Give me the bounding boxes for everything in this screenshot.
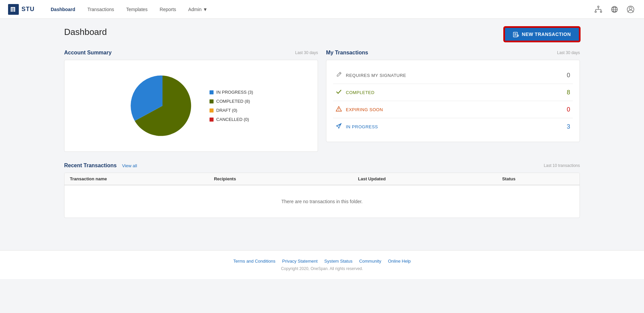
account-summary-header: Account Summary Last 30 days (64, 50, 318, 56)
legend-dot-cancelled (210, 118, 214, 122)
table-empty-message: There are no transactions in this folder… (64, 185, 580, 218)
nav-templates[interactable]: Templates (121, 4, 153, 15)
transaction-row-left-inprogress: IN PROGRESS (336, 123, 378, 130)
recent-transactions-header: Recent Transactions View all Last 10 tra… (64, 163, 580, 169)
recent-transactions-subtitle: Last 10 transactions (544, 163, 580, 168)
recent-header-left: Recent Transactions View all (64, 163, 137, 169)
new-transaction-button[interactable]: NEW TRANSACTION (504, 27, 580, 42)
svg-rect-3 (11, 7, 15, 8)
user-icon[interactable] (625, 4, 636, 15)
new-transaction-icon (513, 31, 519, 37)
pie-chart (129, 72, 196, 139)
account-summary-card: IN PROGRESS (3) COMPLETED (8) DRAFT (0) (64, 60, 318, 152)
legend-cancelled: CANCELLED (0) (210, 117, 253, 122)
navbar: STU Dashboard Transactions Templates Rep… (0, 0, 644, 19)
page-header: Dashboard NEW TRANSACTION (64, 27, 580, 42)
footer-link-community[interactable]: Community (359, 259, 381, 264)
legend-label-cancelled: CANCELLED (0) (216, 117, 249, 122)
footer-link-help[interactable]: Online Help (388, 259, 411, 264)
transaction-row-expiring[interactable]: EXPIRING SOON 0 (333, 101, 573, 118)
col-status: Status (502, 176, 574, 181)
signature-count: 0 (567, 72, 570, 79)
nav-reports[interactable]: Reports (154, 4, 182, 15)
my-transactions-header: My Transactions Last 30 days (326, 50, 580, 56)
account-summary-subtitle: Last 30 days (295, 50, 318, 55)
transaction-row-signature[interactable]: REQUIRES MY SIGNATURE 0 (333, 67, 573, 84)
svg-line-25 (339, 73, 340, 74)
svg-rect-0 (11, 7, 12, 12)
account-summary-section: Account Summary Last 30 days (64, 50, 318, 152)
expiring-count: 0 (567, 106, 570, 113)
inprogress-label: IN PROGRESS (346, 124, 378, 129)
account-summary-title: Account Summary (64, 50, 111, 56)
view-all-link[interactable]: View all (122, 163, 137, 168)
col-transaction-name: Transaction name (70, 176, 214, 181)
signature-label: REQUIRES MY SIGNATURE (346, 73, 406, 78)
table-header: Transaction name Recipients Last Updated… (64, 173, 580, 185)
nav-right (593, 4, 636, 15)
legend-draft: DRAFT (0) (210, 108, 253, 113)
chevron-down-icon: ▼ (203, 7, 208, 12)
completed-label: COMPLETED (346, 90, 374, 95)
footer-link-terms[interactable]: Terms and Conditions (233, 259, 276, 264)
legend-label-completed: COMPLETED (8) (216, 99, 250, 104)
svg-point-27 (338, 110, 339, 111)
footer-link-status[interactable]: System Status (324, 259, 353, 264)
nav-dashboard[interactable]: Dashboard (45, 4, 81, 15)
nav-links: Dashboard Transactions Templates Reports… (45, 4, 593, 15)
transaction-row-completed[interactable]: COMPLETED 8 (333, 84, 573, 101)
footer-copyright: Copyright 2020, OneSpan. All rights rese… (8, 266, 636, 271)
legend-label-in-progress: IN PROGRESS (3) (216, 90, 253, 95)
svg-rect-2 (14, 7, 15, 12)
recent-transactions-title: Recent Transactions (64, 163, 117, 169)
transactions-table: Transaction name Recipients Last Updated… (64, 173, 580, 218)
inprogress-count: 3 (567, 123, 570, 130)
legend-in-progress: IN PROGRESS (3) (210, 90, 253, 95)
legend-dot-draft (210, 108, 214, 113)
transaction-row-left-expiring: EXPIRING SOON (336, 106, 383, 113)
svg-rect-6 (600, 11, 602, 12)
transaction-row-left-completed: COMPLETED (336, 89, 374, 96)
legend-label-draft: DRAFT (0) (216, 108, 237, 113)
col-last-updated: Last Updated (358, 176, 502, 181)
nav-logo[interactable]: STU (8, 4, 35, 15)
warning-icon (336, 106, 342, 113)
send-icon (336, 123, 342, 130)
svg-rect-1 (12, 7, 13, 12)
nav-admin[interactable]: Admin ▼ (183, 4, 213, 15)
page-title: Dashboard (64, 27, 107, 37)
logo-svg (10, 6, 17, 13)
svg-point-16 (629, 7, 632, 10)
transaction-row-inprogress[interactable]: IN PROGRESS 3 (333, 118, 573, 135)
legend-dot-completed (210, 99, 214, 103)
expiring-label: EXPIRING SOON (346, 107, 383, 112)
footer-links: Terms and Conditions Privacy Statement S… (8, 259, 636, 264)
svg-rect-4 (598, 6, 599, 7)
footer-link-privacy[interactable]: Privacy Statement (282, 259, 318, 264)
completed-count: 8 (567, 89, 570, 96)
my-transactions-card: REQUIRES MY SIGNATURE 0 COMPLETED (326, 60, 580, 142)
my-transactions-title: My Transactions (326, 50, 368, 56)
col-recipients: Recipients (214, 176, 358, 181)
transaction-row-left-signature: REQUIRES MY SIGNATURE (336, 72, 406, 79)
my-transactions-section: My Transactions Last 30 days REQUIRES MY… (326, 50, 580, 152)
pencil-icon (336, 72, 342, 79)
legend-completed: COMPLETED (8) (210, 99, 253, 104)
main-content: Dashboard NEW TRANSACTION Account Summar… (53, 19, 591, 237)
dashboard-grid: Account Summary Last 30 days (64, 50, 580, 152)
network-icon[interactable] (593, 4, 604, 15)
recent-transactions-section: Recent Transactions View all Last 10 tra… (64, 163, 580, 218)
svg-rect-5 (595, 11, 596, 12)
logo-text: STU (21, 6, 35, 13)
my-transactions-subtitle: Last 30 days (557, 50, 580, 55)
chart-legend: IN PROGRESS (3) COMPLETED (8) DRAFT (0) (210, 90, 253, 122)
pie-chart-svg (129, 72, 196, 139)
legend-dot-in-progress (210, 90, 214, 94)
check-icon (336, 89, 342, 96)
nav-transactions[interactable]: Transactions (82, 4, 120, 15)
globe-icon[interactable] (609, 4, 620, 15)
chart-area: IN PROGRESS (3) COMPLETED (8) DRAFT (0) (71, 67, 311, 145)
footer: Terms and Conditions Privacy Statement S… (0, 250, 644, 279)
logo-icon (8, 4, 19, 15)
